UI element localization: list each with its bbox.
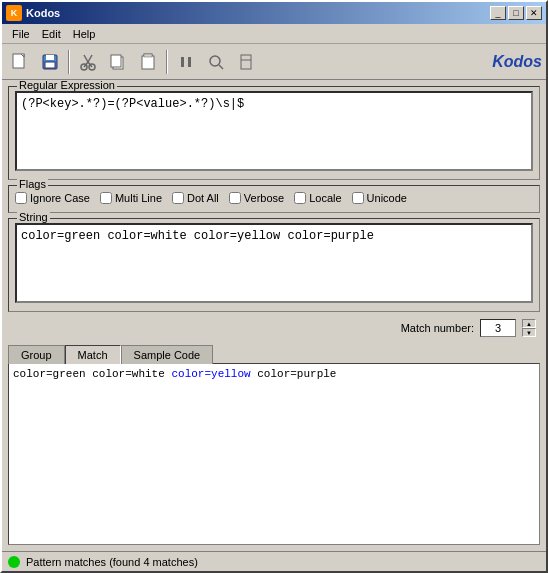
flags-row: Ignore Case Multi Line Dot All Verbose L… [15, 190, 533, 206]
menu-file[interactable]: File [6, 26, 36, 42]
kodos-brand: Kodos [492, 53, 542, 71]
svg-rect-19 [241, 55, 251, 69]
spinner-up[interactable]: ▲ [522, 319, 536, 328]
flag-ignore-case-checkbox[interactable] [15, 192, 27, 204]
match-text-content: color=green color=white color=yellow col… [13, 368, 535, 380]
svg-line-18 [219, 65, 223, 69]
flag-dot-all-checkbox[interactable] [172, 192, 184, 204]
tabs-row: Group Match Sample Code [8, 344, 540, 363]
close-button[interactable]: ✕ [526, 6, 542, 20]
flags-legend: Flags [17, 178, 48, 190]
save-button[interactable] [36, 48, 64, 76]
new-button[interactable] [6, 48, 34, 76]
status-icon [8, 556, 20, 568]
menu-help[interactable]: Help [67, 26, 102, 42]
flag-locale-checkbox[interactable] [294, 192, 306, 204]
toolbar-sep-1 [68, 50, 70, 74]
svg-point-17 [210, 56, 220, 66]
svg-rect-14 [144, 54, 152, 57]
maximize-button[interactable]: □ [508, 6, 524, 20]
toolbar: Kodos [2, 44, 546, 80]
flag-verbose: Verbose [229, 192, 284, 204]
title-bar: K Kodos _ □ ✕ [2, 2, 546, 24]
svg-rect-13 [142, 56, 154, 69]
main-content: Regular Expression (?P<key>.*?)=(?P<valu… [2, 80, 546, 551]
flag-ignore-case: Ignore Case [15, 192, 90, 204]
match-text-before: color=green color=white [13, 368, 171, 380]
string-input[interactable]: color=green color=white color=yellow col… [15, 223, 533, 303]
string-section: String color=green color=white color=yel… [8, 218, 540, 312]
paste-button[interactable] [134, 48, 162, 76]
svg-line-9 [88, 55, 92, 62]
svg-rect-11 [111, 55, 121, 67]
window-controls: _ □ ✕ [490, 6, 542, 20]
flag-unicode-checkbox[interactable] [352, 192, 364, 204]
minimize-button[interactable]: _ [490, 6, 506, 20]
status-text: Pattern matches (found 4 matches) [26, 556, 198, 568]
menu-edit[interactable]: Edit [36, 26, 67, 42]
flag-locale: Locale [294, 192, 341, 204]
copy-button[interactable] [104, 48, 132, 76]
main-window: K Kodos _ □ ✕ File Edit Help [0, 0, 548, 573]
match-number-row: Match number: ▲ ▼ [8, 317, 540, 339]
window-title: Kodos [26, 7, 60, 19]
svg-rect-2 [46, 55, 54, 60]
flag-verbose-checkbox[interactable] [229, 192, 241, 204]
status-bar: Pattern matches (found 4 matches) [2, 551, 546, 571]
tab-match[interactable]: Match [65, 345, 121, 364]
tab-sample-code[interactable]: Sample Code [121, 345, 214, 364]
regex-legend: Regular Expression [17, 80, 117, 91]
svg-rect-0 [13, 54, 24, 68]
cut-button[interactable] [74, 48, 102, 76]
tabs-container: Group Match Sample Code color=green colo… [8, 344, 540, 545]
string-legend: String [17, 211, 50, 223]
svg-rect-3 [45, 62, 55, 68]
svg-rect-16 [188, 57, 191, 67]
bookmark-button[interactable] [232, 48, 260, 76]
svg-rect-15 [181, 57, 184, 67]
flag-multi-line-checkbox[interactable] [100, 192, 112, 204]
match-number-input[interactable] [480, 319, 516, 337]
match-text-highlight: color=yellow [171, 368, 250, 380]
svg-line-8 [84, 55, 88, 62]
match-number-spinner: ▲ ▼ [522, 319, 536, 337]
tabs-content: color=green color=white color=yellow col… [8, 363, 540, 545]
tab-group[interactable]: Group [8, 345, 65, 364]
pause-button[interactable] [172, 48, 200, 76]
spinner-down[interactable]: ▼ [522, 328, 536, 337]
regex-section: Regular Expression (?P<key>.*?)=(?P<valu… [8, 86, 540, 180]
flag-dot-all: Dot All [172, 192, 219, 204]
toolbar-sep-2 [166, 50, 168, 74]
match-text-after: color=purple [251, 368, 337, 380]
search-button[interactable] [202, 48, 230, 76]
menu-bar: File Edit Help [2, 24, 546, 44]
match-number-label: Match number: [401, 322, 474, 334]
flags-section: Flags Ignore Case Multi Line Dot All Ver… [8, 185, 540, 213]
app-icon: K [6, 5, 22, 21]
flag-multi-line: Multi Line [100, 192, 162, 204]
flag-unicode: Unicode [352, 192, 407, 204]
regex-input[interactable]: (?P<key>.*?)=(?P<value>.*?)\s|$ [15, 91, 533, 171]
title-bar-left: K Kodos [6, 5, 60, 21]
